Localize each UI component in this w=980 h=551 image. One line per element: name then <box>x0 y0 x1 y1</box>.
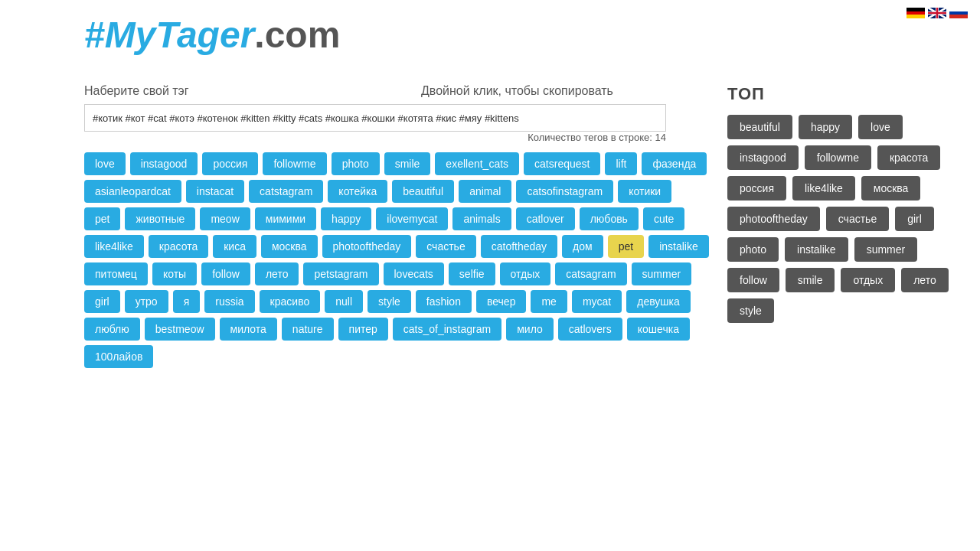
tag-button[interactable]: мимими <box>255 207 316 230</box>
tag-button[interactable]: nature <box>282 318 334 341</box>
tag-button[interactable]: котики <box>618 180 671 203</box>
tag-button[interactable]: beautiful <box>392 180 454 203</box>
flag-en[interactable] <box>928 8 946 18</box>
top-tag-button[interactable]: summer <box>854 237 918 262</box>
tag-button[interactable]: exellent_cats <box>435 152 519 175</box>
tag-button[interactable]: коты <box>152 262 197 285</box>
top-tag-button[interactable]: smile <box>786 268 835 292</box>
tag-count-label: Количество тегов в строке: 14 <box>84 132 666 143</box>
tag-button[interactable]: pet <box>84 207 120 230</box>
top-tag-button[interactable]: instalike <box>785 237 848 262</box>
top-tag-button[interactable]: happy <box>799 115 852 139</box>
tag-button[interactable]: красиво <box>260 290 321 313</box>
top-tag-button[interactable]: follow <box>727 268 779 292</box>
tag-button[interactable]: pet <box>608 235 644 258</box>
top-tag-button[interactable]: отдых <box>841 268 895 292</box>
tag-button[interactable]: фазенда <box>642 152 707 175</box>
top-tag-button[interactable]: instagood <box>727 145 799 170</box>
top-tag-button[interactable]: россия <box>727 176 786 201</box>
tag-button[interactable]: россия <box>202 152 258 175</box>
top-tag-button[interactable]: girl <box>895 207 934 231</box>
tag-button[interactable]: love <box>84 152 126 175</box>
top-tag-button[interactable]: лето <box>901 268 949 292</box>
top-tag-button[interactable]: followme <box>805 145 871 170</box>
tag-button[interactable]: отдых <box>500 262 551 285</box>
tag-button[interactable]: selfie <box>449 262 495 285</box>
top-tag-button[interactable]: photo <box>727 237 779 262</box>
tag-button[interactable]: catoftheday <box>481 235 557 258</box>
tag-button[interactable]: happy <box>321 207 371 230</box>
tag-button[interactable]: like4like <box>84 235 144 258</box>
tag-button[interactable]: catlover <box>516 207 575 230</box>
tag-button[interactable]: девушка <box>626 290 691 313</box>
tag-button[interactable]: instacat <box>186 180 244 203</box>
tag-button[interactable]: null <box>325 290 363 313</box>
flag-ru[interactable] <box>949 8 968 18</box>
top-tag-button[interactable]: beautiful <box>727 115 792 139</box>
type-prompt-label: Наберите свой тэг <box>84 84 189 97</box>
tag-button[interactable]: catsagram <box>555 262 626 285</box>
tag-button[interactable]: дом <box>562 235 603 258</box>
tag-button[interactable]: милота <box>220 318 277 341</box>
top-tag-button[interactable]: photooftheday <box>727 207 820 231</box>
site-logo: #MyTager.com <box>84 14 340 56</box>
tag-button[interactable]: catlovers <box>558 318 622 341</box>
tag-button[interactable]: питер <box>338 318 388 341</box>
flag-de[interactable] <box>906 8 925 18</box>
tag-button[interactable]: лето <box>255 262 299 285</box>
tag-button[interactable]: животные <box>125 207 195 230</box>
tag-button[interactable]: girl <box>84 290 120 313</box>
tag-button[interactable]: asianleopardcat <box>84 180 181 203</box>
tag-button[interactable]: animals <box>452 207 511 230</box>
tag-button[interactable]: кошечка <box>627 318 690 341</box>
tag-button[interactable]: вечер <box>476 290 526 313</box>
tag-button[interactable]: cute <box>643 207 684 230</box>
tag-button[interactable]: любовь <box>580 207 639 230</box>
tag-button[interactable]: мило <box>506 318 554 341</box>
tag-button[interactable]: follow <box>201 262 250 285</box>
tag-button[interactable]: instalike <box>648 235 709 258</box>
tag-button[interactable]: fashion <box>416 290 472 313</box>
tag-button[interactable]: питомец <box>84 262 148 285</box>
top-tag-button[interactable]: style <box>727 298 774 323</box>
tag-button[interactable]: meow <box>200 207 250 230</box>
language-flags <box>906 8 968 18</box>
tag-button[interactable]: smile <box>384 152 431 175</box>
tag-button[interactable]: mycat <box>572 290 622 313</box>
top-label: ТОП <box>727 84 949 104</box>
top-tag-button[interactable]: счастье <box>826 207 889 231</box>
tag-button[interactable]: petstagram <box>303 262 378 285</box>
tag-button[interactable]: animal <box>459 180 511 203</box>
top-tag-button[interactable]: love <box>858 115 903 139</box>
tag-button[interactable]: я <box>173 290 201 313</box>
tag-button[interactable]: russia <box>204 290 254 313</box>
tag-button[interactable]: me <box>531 290 567 313</box>
tag-button[interactable]: catstagram <box>249 180 323 203</box>
tag-button[interactable]: утро <box>125 290 168 313</box>
top-tag-button[interactable]: красота <box>877 145 940 170</box>
tag-button[interactable]: style <box>368 290 411 313</box>
tag-button[interactable]: москва <box>261 235 318 258</box>
tag-button[interactable]: photo <box>332 152 380 175</box>
top-tag-button[interactable]: like4like <box>792 176 855 201</box>
tag-button[interactable]: красота <box>149 235 208 258</box>
tag-button[interactable]: bestmeow <box>145 318 215 341</box>
tag-button[interactable]: instagood <box>130 152 198 175</box>
tag-button[interactable]: ilovemycat <box>376 207 448 230</box>
tag-button[interactable]: summer <box>632 262 692 285</box>
tag-button[interactable]: счастье <box>416 235 475 258</box>
tag-button[interactable]: photooftheday <box>322 235 412 258</box>
top-tag-button[interactable]: москва <box>861 176 921 201</box>
tag-button[interactable]: followme <box>263 152 326 175</box>
tag-button[interactable]: catsrequest <box>524 152 600 175</box>
main-content: Наберите свой тэг Двойной клик, чтобы ск… <box>84 84 712 368</box>
tag-button[interactable]: lovecats <box>384 262 444 285</box>
tag-button[interactable]: люблю <box>84 318 140 341</box>
tag-input[interactable] <box>84 104 666 132</box>
tag-button[interactable]: киса <box>213 235 256 258</box>
tag-button[interactable]: котейка <box>328 180 387 203</box>
tag-button[interactable]: catsofinstagram <box>516 180 613 203</box>
tag-button[interactable]: cats_of_instagram <box>393 318 501 341</box>
tag-button[interactable]: lift <box>605 152 637 175</box>
tag-button[interactable]: 100лайов <box>84 345 153 368</box>
